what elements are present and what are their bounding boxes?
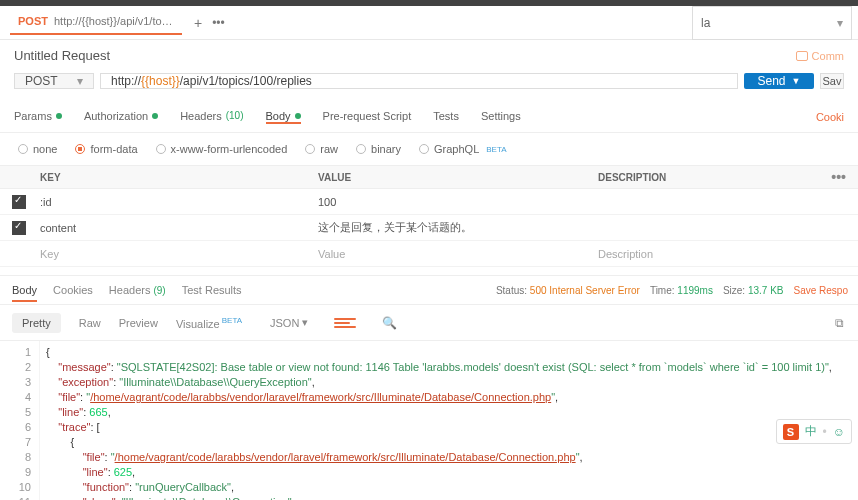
response-tab-cookies[interactable]: Cookies [53, 284, 93, 296]
view-visualize[interactable]: VisualizeBETA [176, 316, 242, 330]
search-icon[interactable]: 🔍 [382, 316, 397, 330]
kv-header-key: KEY [38, 172, 318, 183]
response-tab-tests[interactable]: Test Results [182, 284, 242, 296]
radio-icon [156, 144, 166, 154]
send-button[interactable]: Send ▼ [744, 73, 814, 89]
new-tab-button[interactable]: + [194, 15, 202, 31]
status-dot-icon [152, 113, 158, 119]
form-row[interactable]: content 这个是回复，关于某个话题的。 [0, 215, 858, 241]
chevron-down-icon: ▾ [837, 16, 843, 30]
form-desc-placeholder[interactable]: Description [598, 248, 858, 260]
chevron-down-icon: ▾ [302, 316, 308, 329]
tab-authorization[interactable]: Authorization [84, 110, 158, 124]
form-key[interactable]: :id [38, 196, 318, 208]
sogou-icon: S [783, 424, 799, 440]
radio-none[interactable]: none [18, 143, 57, 155]
copy-icon[interactable]: ⧉ [835, 316, 844, 330]
response-tab-body[interactable]: Body [12, 284, 37, 302]
tab-title: http://{{host}}/api/v1/topics/1... [54, 15, 174, 27]
status-dot-icon [295, 113, 301, 119]
tab-prerequest[interactable]: Pre-request Script [323, 110, 412, 124]
code-content: { "message": "SQLSTATE[42S02]: Base tabl… [40, 341, 838, 500]
cookies-link[interactable]: Cooki [816, 111, 844, 123]
chevron-down-icon: ▼ [792, 76, 801, 86]
tab-method-label: POST [18, 15, 48, 27]
view-preview[interactable]: Preview [119, 317, 158, 329]
request-section-tabs: Params Authorization Headers(10) Body Pr… [0, 101, 858, 133]
form-row-empty[interactable]: Key Value Description [0, 241, 858, 267]
response-body-toolbar: Pretty Raw Preview VisualizeBETA JSON▾ 🔍… [0, 305, 858, 341]
radio-icon [305, 144, 315, 154]
radio-form-data[interactable]: form-data [75, 143, 137, 155]
radio-binary[interactable]: binary [356, 143, 401, 155]
response-time: 1199ms [677, 285, 713, 296]
wrap-lines-button[interactable] [334, 314, 356, 332]
radio-graphql[interactable]: GraphQLBETA [419, 143, 507, 155]
request-name[interactable]: Untitled Request [14, 48, 110, 63]
status-dot-icon [56, 113, 62, 119]
request-tab-active[interactable]: POST http://{{host}}/api/v1/topics/1... [10, 11, 182, 35]
body-type-radios: none form-data x-www-form-urlencoded raw… [0, 133, 858, 165]
response-tab-headers[interactable]: Headers (9) [109, 284, 166, 296]
radio-raw[interactable]: raw [305, 143, 338, 155]
radio-icon [75, 144, 85, 154]
language-select[interactable]: JSON▾ [270, 316, 308, 329]
save-response-button[interactable]: Save Respo [794, 285, 848, 296]
method-select[interactable]: POST ▾ [14, 73, 94, 89]
line-gutter: 1234567891011121314 [0, 341, 40, 500]
tab-overflow-button[interactable]: ••• [212, 16, 225, 30]
response-body-viewer[interactable]: 1234567891011121314 { "message": "SQLSTA… [0, 341, 858, 500]
tab-body[interactable]: Body [266, 110, 301, 124]
radio-xwww[interactable]: x-www-form-urlencoded [156, 143, 288, 155]
response-status-bar: Status: 500 Internal Server Error Time: … [496, 285, 848, 296]
form-value[interactable]: 100 [318, 196, 598, 208]
radio-icon [419, 144, 429, 154]
radio-icon [18, 144, 28, 154]
kv-header-desc: DESCRIPTION [598, 172, 858, 183]
radio-icon [356, 144, 366, 154]
tab-settings[interactable]: Settings [481, 110, 521, 124]
column-options-button[interactable]: ••• [831, 169, 846, 185]
ime-floating-bar[interactable]: S 中 • ☺ [776, 419, 852, 444]
response-size: 13.7 KB [748, 285, 784, 296]
view-raw[interactable]: Raw [79, 317, 101, 329]
status-code: 500 Internal Server Error [530, 285, 640, 296]
comment-icon [796, 51, 808, 61]
kv-header-row: KEY VALUE DESCRIPTION ••• [0, 165, 858, 189]
view-pretty[interactable]: Pretty [12, 313, 61, 333]
form-row[interactable]: :id 100 [0, 189, 858, 215]
checkbox-checked-icon[interactable] [12, 221, 26, 235]
response-tabs: Body Cookies Headers (9) Test Results St… [0, 275, 858, 305]
form-key[interactable]: content [38, 222, 318, 234]
form-key-placeholder[interactable]: Key [38, 248, 318, 260]
checkbox-checked-icon[interactable] [12, 195, 26, 209]
comments-button[interactable]: Comm [796, 50, 844, 62]
url-input[interactable]: http://{{host}}/api/v1/topics/100/replie… [100, 73, 738, 89]
tab-tests[interactable]: Tests [433, 110, 459, 124]
save-button[interactable]: Sav [820, 73, 844, 89]
form-value[interactable]: 这个是回复，关于某个话题的。 [318, 220, 598, 235]
request-tabs-bar: POST http://{{host}}/api/v1/topics/1... … [0, 6, 858, 40]
environment-value: la [701, 16, 710, 30]
tab-params[interactable]: Params [14, 110, 62, 124]
environment-select[interactable]: la ▾ [692, 6, 852, 40]
kv-header-value: VALUE [318, 172, 598, 183]
chevron-down-icon: ▾ [77, 74, 83, 88]
form-value-placeholder[interactable]: Value [318, 248, 598, 260]
tab-headers[interactable]: Headers(10) [180, 110, 243, 124]
